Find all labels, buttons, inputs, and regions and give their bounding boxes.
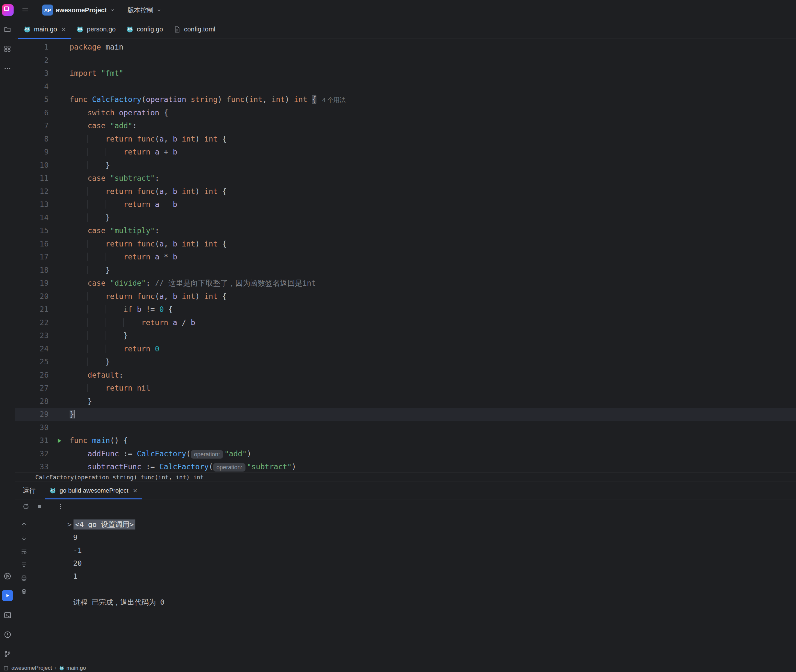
run-gutter-icon[interactable] [49, 434, 70, 447]
version-control-tool-button[interactable] [2, 648, 13, 659]
go-file-icon [126, 26, 134, 34]
project-tool-button[interactable] [2, 24, 13, 35]
toml-file-icon [173, 26, 181, 34]
code-line[interactable]: 27 return nil [15, 381, 796, 395]
breadcrumb-file[interactable]: main.go [59, 665, 86, 671]
line-number: 17 [15, 250, 49, 264]
console-gutter [15, 514, 33, 664]
parameter-hint: operation: [213, 463, 246, 472]
code-line[interactable]: 25 } [15, 355, 796, 368]
project-badge: AP [42, 5, 53, 16]
code-line[interactable]: 17 return a * b [15, 250, 796, 264]
line-number: 32 [15, 447, 49, 461]
line-number: 4 [15, 80, 49, 93]
tab-main.go[interactable]: main.go× [18, 20, 71, 38]
code-line[interactable]: 23 } [15, 329, 796, 342]
project-name: awesomeProject [56, 6, 107, 14]
line-number: 6 [15, 106, 49, 120]
tab-config.go[interactable]: config.go [121, 20, 168, 38]
code-line[interactable]: 7 case "add": [15, 119, 796, 133]
scroll-to-end-icon[interactable] [20, 561, 28, 569]
console-line: 20 [33, 557, 796, 570]
tab-person.go[interactable]: person.go [71, 20, 121, 38]
code-line[interactable]: 33 subtractFunc := CalcFactory(operation… [15, 460, 796, 472]
code-line[interactable]: 30 [15, 421, 796, 434]
tab-label: main.go [34, 26, 57, 33]
run-tool-button[interactable] [2, 590, 13, 601]
code-line[interactable]: 10 } [15, 159, 796, 172]
more-tools-icon[interactable] [2, 63, 13, 74]
run-tab-bar: 运行 go build awesomeProject × [15, 482, 796, 499]
line-number: 14 [15, 211, 49, 224]
console-line: -1 [33, 544, 796, 557]
code-line[interactable]: 18 } [15, 264, 796, 277]
chevron-down-icon [156, 7, 162, 13]
console-line: 进程 已完成，退出代码为 0 [33, 596, 796, 609]
close-icon[interactable]: × [61, 26, 66, 34]
fold-chevron-icon[interactable]: > [67, 520, 72, 528]
code-line[interactable]: 24 return 0 [15, 342, 796, 355]
vcs-widget[interactable]: 版本控制 [125, 3, 165, 16]
code-line[interactable]: 21 if b != 0 { [15, 303, 796, 316]
run-toolbar [15, 499, 796, 514]
code-line[interactable]: 31func main() { [15, 434, 796, 447]
code-line[interactable]: 29} [15, 408, 796, 421]
code-line[interactable]: 20 return func(a, b int) int { [15, 290, 796, 303]
code-line[interactable]: 3import "fmt" [15, 67, 796, 80]
terminal-tool-button[interactable] [2, 610, 13, 621]
code-line[interactable]: 15 case "multiply": [15, 224, 796, 237]
breadcrumb-project[interactable]: awesomeProject [11, 665, 52, 671]
code-line[interactable]: 9 return a + b [15, 146, 796, 159]
structure-tool-button[interactable] [2, 43, 13, 54]
code-editor[interactable]: 1package main23import "fmt"45func CalcFa… [15, 39, 796, 472]
code-line[interactable]: 16 return func(a, b int) int { [15, 237, 796, 251]
soft-wrap-icon[interactable] [20, 547, 28, 556]
code-line[interactable]: 1package main [15, 40, 796, 54]
tab-config.toml[interactable]: config.toml [168, 20, 221, 38]
chevron-down-icon [109, 7, 115, 13]
code-line[interactable]: 11 case "subtract": [15, 172, 796, 185]
code-line[interactable]: 12 return func(a, b int) int { [15, 185, 796, 198]
code-line[interactable]: 14 } [15, 211, 796, 224]
usages-hint[interactable]: 4 个用法 [322, 96, 346, 103]
hamburger-menu-icon[interactable] [19, 4, 31, 16]
code-line[interactable]: 13 return a - b [15, 198, 796, 211]
project-selector[interactable]: AP awesomeProject [40, 3, 118, 16]
code-line[interactable]: 2 [15, 54, 796, 67]
code-line[interactable]: 32 addFunc := CalcFactory(operation:"add… [15, 447, 796, 461]
tab-label: person.go [87, 26, 116, 33]
print-icon[interactable] [20, 574, 28, 582]
run-configuration-tab[interactable]: go build awesomeProject × [45, 482, 142, 499]
line-number: 5 [15, 93, 49, 106]
tab-label: config.go [137, 26, 163, 33]
more-options-icon[interactable] [56, 502, 65, 511]
line-number: 28 [15, 395, 49, 408]
code-line[interactable]: 6 switch operation { [15, 106, 796, 120]
code-line[interactable]: 22 return a / b [15, 316, 796, 330]
code-line[interactable]: 28 } [15, 395, 796, 408]
run-tool-title: 运行 [23, 486, 36, 495]
code-line[interactable]: 26 default: [15, 368, 796, 382]
code-line[interactable]: 19 case "divide": // 这里是向下取整了，因为函数签名返回是i… [15, 277, 796, 290]
code-line[interactable]: 8 return func(a, b int) int { [15, 133, 796, 146]
line-number: 29 [15, 408, 49, 421]
app-logo-icon [2, 4, 14, 16]
scroll-up-icon[interactable] [20, 521, 28, 529]
folded-command[interactable]: <4 go 设置调用> [74, 520, 135, 530]
line-number: 12 [15, 185, 49, 198]
code-line[interactable]: 4 [15, 80, 796, 93]
code-line[interactable]: 5func CalcFactory(operation string) func… [15, 93, 796, 106]
vcs-label: 版本控制 [128, 6, 153, 14]
line-number: 11 [15, 172, 49, 185]
services-tool-button[interactable] [2, 571, 13, 582]
line-number: 21 [15, 303, 49, 316]
stop-icon[interactable] [35, 502, 44, 511]
console-output[interactable]: ><4 go 设置调用>9-1201 进程 已完成，退出代码为 0 [33, 514, 796, 664]
clear-console-icon[interactable] [20, 587, 28, 595]
statusbar: awesomeProject › main.go [0, 664, 796, 672]
problems-tool-button[interactable] [2, 629, 13, 640]
context-info-bar: CalcFactory(operation string) func(int, … [15, 472, 796, 482]
scroll-down-icon[interactable] [20, 534, 28, 542]
rerun-icon[interactable] [21, 502, 30, 511]
close-icon[interactable]: × [133, 487, 137, 494]
